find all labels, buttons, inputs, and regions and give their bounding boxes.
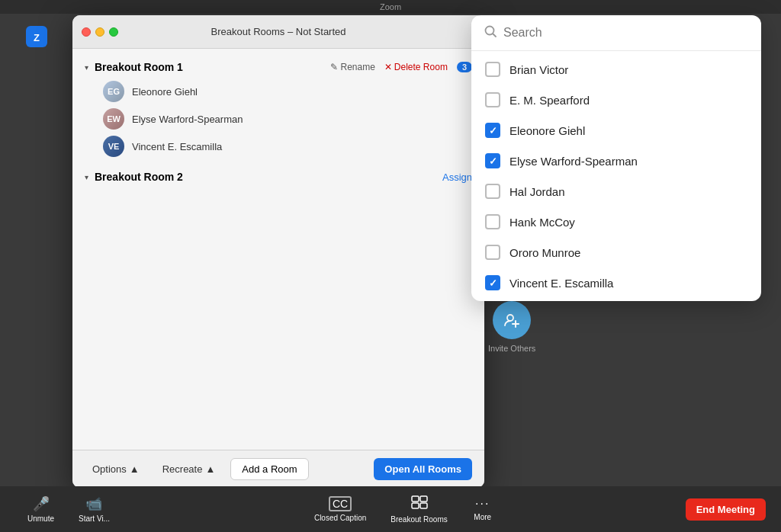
dropdown-item-elyse[interactable]: Elyse Warford-Spearman — [471, 146, 761, 176]
participant-elyse-name: Elyse Warford-Spearman — [132, 114, 243, 125]
recreate-label: Recreate — [162, 463, 203, 475]
options-button[interactable]: Options ▲ — [85, 459, 147, 479]
invite-others-area: Invite Others — [488, 301, 535, 353]
svg-point-4 — [507, 315, 513, 321]
maximize-button[interactable] — [109, 27, 118, 37]
dropdown-name-hank: Hank McCoy — [509, 216, 575, 229]
start-video-label: Start Vi... — [79, 514, 110, 523]
room2-header: ▾ Breakout Room 2 Assign — [72, 165, 484, 189]
app-topbar: Zoom — [0, 0, 781, 14]
svg-rect-8 — [420, 496, 427, 502]
checkbox-elyse[interactable] — [485, 153, 500, 168]
window-titlebar: Breakout Rooms – Not Started — [72, 15, 484, 49]
search-dropdown: Brian Victor E. M. Spearford Eleonore Gi… — [471, 15, 761, 301]
svg-rect-7 — [412, 496, 419, 502]
svg-rect-9 — [412, 503, 419, 508]
options-chevron-icon: ▲ — [130, 463, 140, 475]
dropdown-name-vincent: Vincent E. Escamilla — [509, 277, 613, 290]
microphone-icon: 🎤 — [33, 495, 50, 512]
add-room-button[interactable]: Add a Room — [230, 458, 308, 480]
svg-rect-10 — [420, 503, 427, 508]
dropdown-name-elyse: Elyse Warford-Spearman — [509, 155, 638, 168]
window-toolbar: Options ▲ Recreate ▲ Add a Room Open All… — [72, 450, 484, 488]
checkbox-eleonore[interactable] — [485, 123, 500, 138]
svg-line-3 — [493, 34, 497, 37]
checkbox-brian[interactable] — [485, 62, 500, 77]
open-all-rooms-button[interactable]: Open All Rooms — [374, 458, 472, 480]
closed-caption-label: Closed Caption — [314, 514, 366, 522]
room1-count: 3 — [457, 62, 472, 72]
traffic-lights — [82, 27, 118, 37]
close-button[interactable] — [82, 27, 91, 37]
dropdown-name-ororo: Ororo Munroe — [509, 246, 580, 259]
zoom-icon: Z — [21, 21, 52, 52]
invite-others-button[interactable] — [493, 301, 531, 339]
options-label: Options — [92, 463, 127, 475]
room2-chevron[interactable]: ▾ — [85, 173, 88, 181]
breakout-rooms-icon — [411, 495, 428, 513]
breakout-rooms-window: Breakout Rooms – Not Started ▾ Breakout … — [72, 15, 484, 488]
room1-name: Breakout Room 1 — [95, 61, 324, 73]
participant-elyse: EW Elyse Warford-Spearman — [103, 105, 472, 133]
checkbox-vincent[interactable] — [485, 275, 500, 290]
dropdown-name-eleonore: Eleonore Giehl — [509, 124, 585, 137]
avatar-eleonore: EG — [103, 81, 124, 102]
room1-actions: ✎ Rename ✕ Delete Room 3 — [330, 62, 472, 72]
room1-delete-button[interactable]: ✕ Delete Room — [384, 62, 448, 72]
app-bar-start-video[interactable]: 📹 Start Vi... — [66, 492, 122, 526]
room1-rename-button[interactable]: ✎ Rename — [330, 62, 374, 72]
search-input[interactable] — [503, 26, 749, 40]
participant-eleonore-name: Eleonore Giehl — [132, 86, 198, 98]
window-content: ▾ Breakout Room 1 ✎ Rename ✕ Delete Room… — [72, 49, 484, 450]
camera-icon: 📹 — [85, 495, 102, 512]
delete-icon: ✕ — [384, 62, 392, 72]
svg-point-2 — [486, 27, 494, 35]
side-panel: Z — [0, 14, 72, 486]
app-bar-unmute[interactable]: 🎤 Unmute — [15, 492, 66, 526]
participant-vincent: VE Vincent E. Escamilla — [103, 133, 472, 160]
app-bar-breakout-rooms[interactable]: Breakout Rooms — [378, 492, 459, 527]
dropdown-name-hal: Hal Jordan — [509, 185, 565, 198]
app-title: Zoom — [380, 2, 401, 11]
room2-assign-button[interactable]: Assign — [442, 171, 472, 183]
room1-chevron[interactable]: ▾ — [85, 63, 88, 72]
dropdown-name-em: E. M. Spearford — [509, 94, 590, 107]
checkbox-ororo[interactable] — [485, 245, 500, 260]
room1-header: ▾ Breakout Room 1 ✎ Rename ✕ Delete Room… — [72, 56, 484, 78]
dropdown-item-em[interactable]: E. M. Spearford — [471, 85, 761, 115]
dropdown-item-brian[interactable]: Brian Victor — [471, 54, 761, 85]
app-bar: 🎤 Unmute 📹 Start Vi... CC Closed Caption… — [0, 486, 781, 532]
window-title: Breakout Rooms – Not Started — [211, 26, 346, 37]
dropdown-item-hal[interactable]: Hal Jordan — [471, 176, 761, 207]
dropdown-item-eleonore[interactable]: Eleonore Giehl — [471, 115, 761, 146]
minimize-button[interactable] — [95, 27, 104, 37]
room2-name: Breakout Room 2 — [95, 171, 436, 183]
breakout-rooms-label: Breakout Rooms — [390, 515, 447, 524]
svg-text:Z: Z — [34, 32, 40, 43]
pencil-icon: ✎ — [330, 62, 338, 72]
room1-participants: EG Eleonore Giehl EW Elyse Warford-Spear… — [72, 78, 484, 165]
dropdown-item-ororo[interactable]: Ororo Munroe — [471, 237, 761, 268]
participant-eleonore: EG Eleonore Giehl — [103, 78, 472, 105]
checkbox-hank[interactable] — [485, 214, 500, 229]
avatar-elyse: EW — [103, 108, 124, 130]
dropdown-name-brian: Brian Victor — [509, 63, 568, 76]
participant-vincent-name: Vincent E. Escamilla — [132, 141, 222, 152]
more-icon: ··· — [475, 497, 490, 511]
recreate-chevron-icon: ▲ — [205, 463, 215, 475]
more-label: More — [474, 513, 491, 521]
recreate-button[interactable]: Recreate ▲ — [155, 459, 223, 479]
dropdown-item-hank[interactable]: Hank McCoy — [471, 207, 761, 237]
end-meeting-button[interactable]: End Meeting — [686, 498, 766, 521]
app-bar-more[interactable]: ··· More — [460, 494, 506, 524]
app-bar-closed-caption[interactable]: CC Closed Caption — [302, 493, 378, 525]
unmute-label: Unmute — [27, 514, 54, 523]
closed-caption-icon: CC — [329, 496, 352, 511]
dropdown-item-vincent[interactable]: Vincent E. Escamilla — [471, 268, 761, 298]
checkbox-hal[interactable] — [485, 184, 500, 199]
checkbox-em[interactable] — [485, 92, 500, 107]
search-box — [471, 15, 761, 51]
search-icon — [484, 24, 497, 41]
invite-others-label: Invite Others — [488, 344, 535, 353]
avatar-vincent: VE — [103, 136, 124, 157]
